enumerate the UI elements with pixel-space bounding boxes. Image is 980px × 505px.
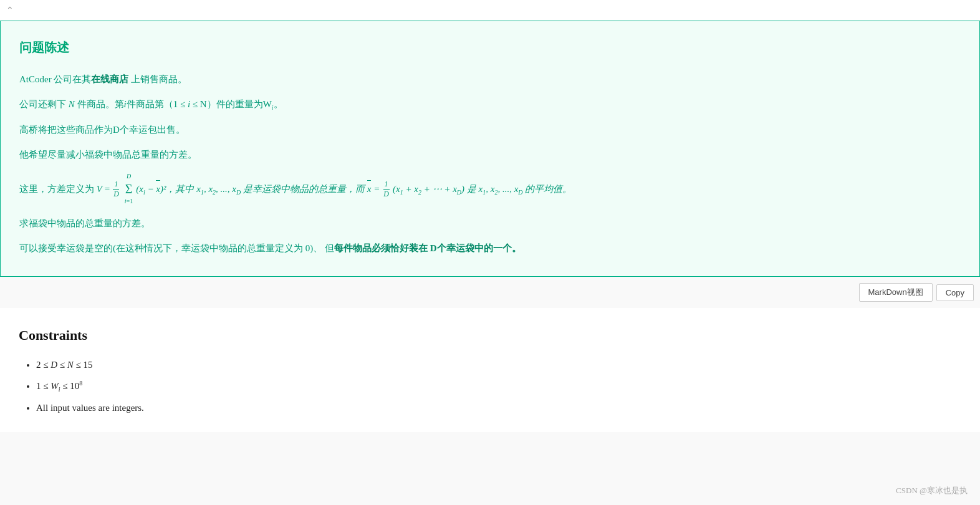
problem-box: 问题陈述 AtCoder 公司在其在线商店 上销售商品。 公司还剩下 N 件商品… bbox=[0, 21, 980, 277]
constraints-section: Constraints 2 ≤ D ≤ N ≤ 15 1 ≤ Wi ≤ 108 … bbox=[0, 308, 980, 432]
para2-text: 公司还剩下 N 件商品。第i件商品第（1 ≤ i ≤ N）件的重量为Wi。 bbox=[19, 99, 283, 109]
constraint-item-2: 1 ≤ Wi ≤ 108 bbox=[36, 377, 961, 396]
collapse-icon[interactable]: ⌃ bbox=[6, 2, 14, 18]
para5-rest: (x1 + x2 + ⋯ + xD) 是 x1, x2, ..., xD 的平均… bbox=[393, 180, 572, 199]
constraint-item-1: 2 ≤ D ≤ N ≤ 15 bbox=[36, 355, 961, 374]
constraint-2-text: 1 ≤ Wi ≤ 108 bbox=[36, 381, 82, 391]
para-2: 公司还剩下 N 件商品。第i件商品第（1 ≤ i ≤ N）件的重量为Wi。 bbox=[19, 95, 961, 114]
action-row: MarkDown视图 Copy bbox=[0, 277, 980, 308]
para1-end: 上销售商品。 bbox=[128, 74, 187, 84]
para-1: AtCoder 公司在其在线商店 上销售商品。 bbox=[19, 70, 961, 89]
constraint-item-3: All input values are integers. bbox=[36, 398, 961, 417]
problem-body: AtCoder 公司在其在线商店 上销售商品。 公司还剩下 N 件商品。第i件商… bbox=[19, 70, 961, 257]
top-bar: ⌃ bbox=[0, 0, 980, 21]
constraint-1-text: 2 ≤ D ≤ N ≤ 15 bbox=[36, 360, 93, 370]
para-5: 这里，方差定义为 V = 1 D D Σ i=1 (xi − x)²，其中 x1… bbox=[19, 170, 961, 208]
fraction-1D: 1 D bbox=[112, 180, 120, 198]
para7-prefix: 可以接受幸运袋是空的(在这种情况下，幸运袋中物品的总重量定义为 0)、 但 bbox=[19, 243, 334, 253]
para5-prefix: 这里，方差定义为 V = bbox=[19, 180, 110, 198]
markdown-view-button[interactable]: MarkDown视图 bbox=[859, 283, 933, 302]
para1-link: 在线商店 bbox=[91, 74, 128, 84]
para6-text: 求福袋中物品的总重量的方差。 bbox=[19, 218, 150, 228]
para-6: 求福袋中物品的总重量的方差。 bbox=[19, 214, 961, 233]
para4-text: 他希望尽量减小福袋中物品总重量的方差。 bbox=[19, 150, 197, 160]
para1-text: AtCoder 公司在其 bbox=[19, 74, 91, 84]
para-7: 可以接受幸运袋是空的(在这种情况下，幸运袋中物品的总重量定义为 0)、 但每件物… bbox=[19, 239, 961, 257]
sum-symbol: D Σ i=1 bbox=[125, 170, 133, 208]
para-3: 高桥将把这些商品作为D个幸运包出售。 bbox=[19, 120, 961, 139]
problem-title: 问题陈述 bbox=[19, 36, 961, 59]
constraint-3-text: All input values are integers. bbox=[36, 403, 144, 413]
para-4: 他希望尽量减小福袋中物品总重量的方差。 bbox=[19, 145, 961, 164]
constraints-list: 2 ≤ D ≤ N ≤ 15 1 ≤ Wi ≤ 108 All input va… bbox=[19, 355, 961, 417]
copy-button[interactable]: Copy bbox=[936, 284, 974, 301]
para5-formula: (xi − x)²，其中 x1, x2, ..., xD 是幸运袋中物品的总重量… bbox=[136, 180, 380, 199]
fraction-1D-2: 1 D bbox=[382, 180, 390, 198]
para3-text: 高桥将把这些商品作为D个幸运包出售。 bbox=[19, 125, 185, 135]
constraints-title: Constraints bbox=[19, 323, 961, 348]
para7-bold: 每件物品必须恰好装在 D个幸运袋中的一个。 bbox=[334, 243, 521, 253]
